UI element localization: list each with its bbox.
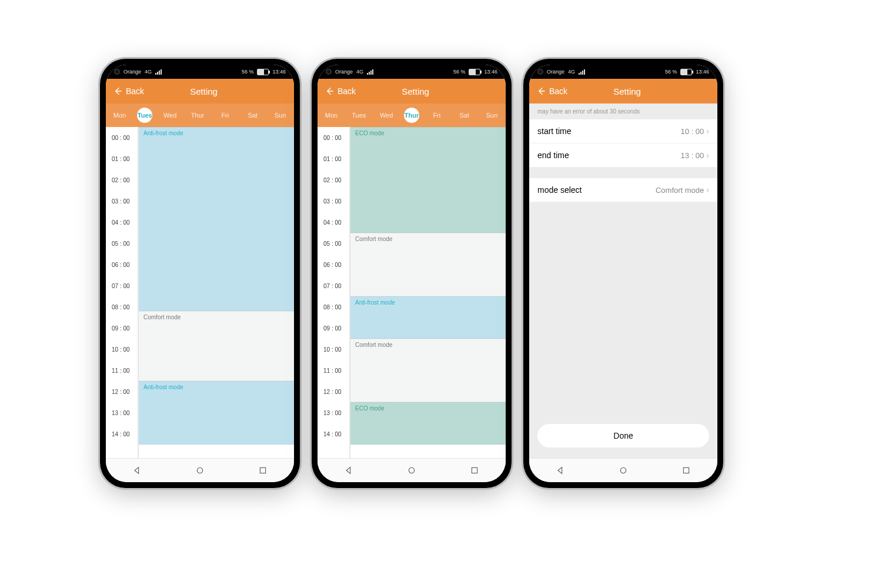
schedule-block-antifrost[interactable]: Anti-frost mode — [350, 296, 506, 339]
schedule-block-eco[interactable]: ECO mode — [350, 127, 506, 233]
status-bar: Orange 4G 56 % 13:46 — [106, 65, 294, 79]
status-time: 13:46 — [272, 69, 286, 75]
hour-label: 10 : 00 — [318, 339, 349, 360]
day-tab-fri[interactable]: Fri — [215, 112, 235, 119]
schedule-block-antifrost[interactable]: Anti-frost mode — [139, 127, 294, 311]
done-button[interactable]: Done — [537, 424, 709, 447]
day-tab-tues[interactable]: Tues — [349, 112, 369, 119]
hour-label: 09 : 00 — [318, 318, 349, 339]
status-bar: Orange 4G 56 % 13:46 — [529, 65, 717, 79]
day-tab-mon[interactable]: Mon — [109, 112, 129, 119]
status-time: 13:46 — [696, 69, 709, 75]
day-tab-wed[interactable]: Wed — [376, 112, 396, 119]
day-tab-tues[interactable]: Tues — [137, 108, 152, 123]
schedule-block-comfort[interactable]: Comfort mode — [350, 339, 506, 402]
schedule-block-eco[interactable]: ECO mode — [350, 402, 506, 445]
hour-label: 00 : 00 — [318, 127, 349, 148]
day-tab-sun[interactable]: Sun — [482, 112, 502, 119]
hour-label: 14 : 00 — [318, 423, 349, 445]
hour-label: 05 : 00 — [318, 233, 349, 254]
phone-2: Orange 4G 56 % 13:46 Back Setting MonTue… — [312, 59, 512, 488]
svg-point-2 — [409, 467, 414, 473]
day-tab-sat[interactable]: Sat — [455, 112, 475, 119]
day-tab-wed[interactable]: Wed — [160, 112, 180, 119]
nav-home-icon[interactable] — [407, 466, 416, 475]
day-tabs: MonTuesWedThurFriSatSun — [106, 103, 294, 127]
page-title: Setting — [121, 86, 287, 96]
network-label: 4G — [356, 69, 363, 75]
front-camera-icon — [114, 69, 120, 75]
signal-icon — [155, 69, 162, 75]
nav-back-icon[interactable] — [556, 466, 565, 475]
day-tabs: MonTuesWedThurFriSatSun — [318, 103, 506, 127]
hour-label: 13 : 00 — [318, 402, 349, 423]
day-schedule[interactable]: 00 : 0001 : 0002 : 0003 : 0004 : 0005 : … — [106, 127, 294, 458]
page-title: Setting — [544, 86, 710, 96]
hour-label: 01 : 00 — [106, 148, 138, 169]
nav-home-icon[interactable] — [195, 466, 205, 475]
end-time-row[interactable]: end time 13 : 00 › — [529, 143, 717, 168]
battery-icon — [680, 69, 692, 75]
app-header: Back Setting — [318, 79, 506, 103]
schedule-block-label: Comfort mode — [355, 236, 392, 242]
hour-label: 06 : 00 — [106, 254, 138, 275]
hour-label: 06 : 00 — [318, 254, 349, 275]
hour-label: 03 : 00 — [318, 191, 349, 212]
status-bar: Orange 4G 56 % 13:46 — [318, 65, 506, 79]
hour-label: 08 : 00 — [318, 296, 349, 318]
network-label: 4G — [568, 69, 575, 75]
mode-select-row[interactable]: mode select Comfort mode › — [529, 178, 717, 202]
hour-label: 13 : 00 — [106, 402, 138, 423]
carrier-label: Orange — [123, 69, 141, 75]
nav-home-icon[interactable] — [619, 466, 628, 475]
day-tab-thur[interactable]: Thur — [404, 108, 419, 123]
day-schedule[interactable]: 00 : 0001 : 0002 : 0003 : 0004 : 0005 : … — [318, 127, 506, 458]
app-header: Back Setting — [529, 79, 717, 103]
day-tab-fri[interactable]: Fri — [427, 112, 447, 119]
hour-label: 07 : 00 — [318, 275, 349, 296]
schedule-block-antifrost[interactable]: Anti-frost mode — [139, 381, 294, 445]
battery-icon — [469, 69, 480, 75]
app-header: Back Setting — [106, 79, 294, 103]
hour-label: 05 : 00 — [106, 233, 138, 254]
front-camera-icon — [537, 69, 543, 75]
schedule-block-comfort[interactable]: Comfort mode — [350, 233, 506, 296]
battery-percent: 56 % — [242, 69, 254, 75]
nav-recent-icon[interactable] — [470, 466, 479, 475]
nav-back-icon[interactable] — [132, 466, 142, 475]
hour-label: 02 : 00 — [318, 169, 349, 191]
nav-recent-icon[interactable] — [258, 466, 268, 475]
status-time: 13:46 — [484, 69, 497, 75]
battery-icon — [257, 69, 269, 75]
svg-point-4 — [620, 467, 626, 473]
hint-text: may have an error of about 30 seconds — [529, 103, 717, 119]
hour-label: 10 : 00 — [106, 339, 138, 360]
nav-back-icon[interactable] — [344, 466, 353, 475]
android-nav-bar — [529, 458, 717, 482]
hour-label: 01 : 00 — [318, 148, 349, 169]
chevron-right-icon: › — [706, 185, 709, 195]
battery-percent: 56 % — [453, 69, 466, 75]
svg-rect-3 — [472, 467, 477, 473]
svg-point-0 — [197, 467, 202, 473]
schedule-block-comfort[interactable]: Comfort mode — [139, 311, 294, 381]
signal-icon — [367, 69, 373, 75]
day-tab-sat[interactable]: Sat — [243, 112, 263, 119]
carrier-label: Orange — [335, 69, 353, 75]
hour-label: 12 : 00 — [106, 381, 138, 402]
nav-recent-icon[interactable] — [681, 466, 691, 475]
schedule-block-label: ECO mode — [355, 405, 384, 412]
android-nav-bar — [106, 458, 294, 482]
day-tab-thur[interactable]: Thur — [188, 112, 208, 119]
start-time-row[interactable]: start time 10 : 00 › — [529, 119, 717, 143]
schedule-block-label: ECO mode — [355, 130, 384, 136]
day-tab-mon[interactable]: Mon — [321, 112, 341, 119]
hour-label: 14 : 00 — [106, 423, 138, 445]
schedule-block-label: Comfort mode — [143, 314, 181, 320]
hour-label: 12 : 00 — [318, 381, 349, 402]
hour-label: 11 : 00 — [106, 360, 138, 381]
row-value: Comfort mode — [656, 186, 704, 195]
day-tab-sun[interactable]: Sun — [270, 112, 290, 119]
schedule-block-label: Comfort mode — [355, 342, 392, 348]
schedule-block-label: Anti-frost mode — [143, 130, 183, 136]
